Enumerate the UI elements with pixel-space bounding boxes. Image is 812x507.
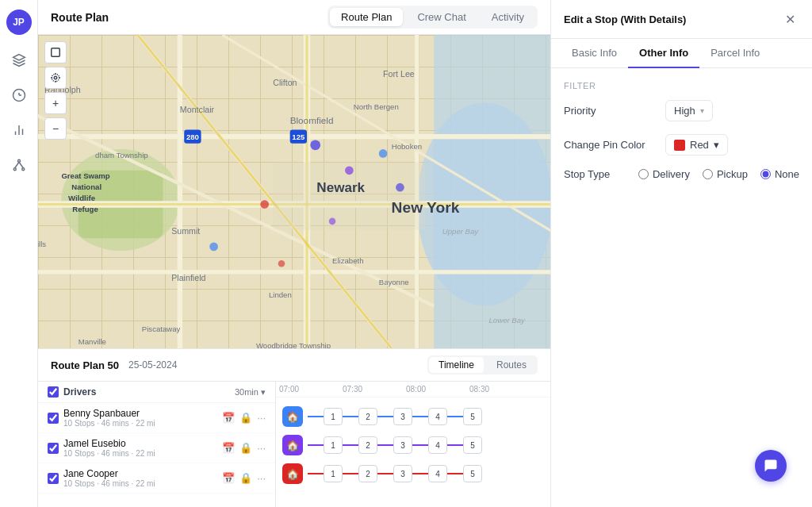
close-button[interactable]: ✕ [780,10,799,29]
stop-node[interactable]: 3 [393,436,412,454]
home-node-benny[interactable]: 🏠 [282,406,303,427]
timeline-area[interactable]: 07:00 07:30 08:00 08:30 🏠 1 2 3 [276,382,550,507]
layers-icon[interactable] [10,51,29,70]
more-icon[interactable]: ··· [257,442,266,454]
driver-checkbox-jamel[interactable] [48,443,59,454]
stop-node[interactable]: 3 [393,408,412,425]
drivers-section: Drivers 30min ▾ Benny Spanbauer 10 Stops… [38,382,550,507]
priority-value: High ▾ [665,100,799,121]
svg-text:Manville: Manville [79,337,106,346]
stop-type-none[interactable]: None [760,168,799,180]
priority-dropdown[interactable]: High ▾ [665,100,713,121]
stop-type-pickup[interactable]: Pickup [703,168,748,180]
chart-icon[interactable] [10,121,29,140]
calendar-icon[interactable]: 📅 [222,412,235,424]
tab-parcel-info[interactable]: Parcel Info [699,39,771,68]
lock-icon[interactable]: 🔒 [239,472,252,484]
route-line [447,473,463,474]
driver-checkbox-benny[interactable] [48,413,59,424]
stop-type-delivery[interactable]: Delivery [638,168,690,180]
svg-text:Woodbridge Township: Woodbridge Township [256,341,331,348]
zoom-out-button[interactable]: − [44,117,67,140]
right-panel: Edit a Stop (With Details) ✕ Basic Info … [550,0,812,507]
time-marker: 08:00 [403,385,466,394]
svg-text:Great Swamp: Great Swamp [61,171,109,180]
zoom-in-button[interactable]: + [44,92,67,114]
time-marker: 08:30 [466,385,530,394]
stop-node[interactable]: 4 [428,465,447,482]
panel-header: Edit a Stop (With Details) ✕ [551,0,812,39]
stop-node[interactable]: 5 [463,408,482,425]
svg-text:Fort Lee: Fort Lee [383,69,415,79]
lock-icon[interactable]: 🔒 [239,412,252,424]
chevron-down-icon: ▾ [714,139,719,151]
none-radio[interactable] [760,169,771,179]
tab-timeline[interactable]: Timeline [429,357,484,373]
panel-body: Filter Priority High ▾ Change Pin Color … [551,68,812,450]
stop-node[interactable]: 1 [324,436,343,454]
svg-text:Bloomfield: Bloomfield [290,115,334,125]
stop-node[interactable]: 3 [393,465,412,482]
color-swatch [674,140,685,151]
chat-button[interactable] [755,450,787,482]
stop-node[interactable]: 5 [463,465,482,482]
pickup-radio[interactable] [703,169,713,179]
user-avatar[interactable]: JP [6,10,32,35]
delivery-radio[interactable] [638,169,649,179]
tab-crew-chat[interactable]: Crew Chat [406,8,477,26]
stop-node[interactable]: 4 [428,408,447,425]
stop-type-options: Delivery Pickup None [638,168,799,180]
svg-text:280: 280 [186,133,199,141]
driver-meta: 10 Stops · 46 mins · 22 mi [63,419,217,428]
svg-point-33 [329,218,336,225]
network-icon[interactable] [10,156,29,175]
svg-text:Summit: Summit [171,226,200,236]
lock-icon[interactable]: 🔒 [239,442,252,454]
svg-marker-0 [13,55,25,61]
home-node-jamel[interactable]: 🏠 [282,435,303,455]
color-selected: Red [690,139,709,151]
svg-text:Clifton: Clifton [273,78,297,87]
svg-line-11 [19,162,23,168]
driver-row: Benny Spanbauer 10 Stops · 46 mins · 22 … [38,403,275,433]
none-label: None [775,168,799,180]
calendar-icon[interactable]: 📅 [222,472,235,484]
driver-checkbox-jane[interactable] [48,473,59,484]
stop-node[interactable]: 5 [463,436,482,454]
location-icon[interactable] [10,86,29,105]
route-line [343,444,358,446]
tab-other-info[interactable]: Other Info [628,39,699,68]
drivers-select-all[interactable] [48,386,59,398]
svg-point-7 [17,159,20,162]
svg-point-31 [379,149,388,158]
svg-text:Elizabeth: Elizabeth [332,256,363,265]
stop-node[interactable]: 4 [428,436,447,454]
svg-point-32 [260,200,269,209]
map-area[interactable]: 280 125 Newark New York Bloomfield Montc… [38,35,550,348]
pin-color-dropdown[interactable]: Red ▾ [665,134,728,156]
location-button[interactable] [44,67,67,89]
svg-text:Bayonne: Bayonne [379,278,409,286]
stop-node[interactable]: 1 [324,408,343,425]
calendar-icon[interactable]: 📅 [222,442,235,454]
tab-activity[interactable]: Activity [481,8,535,26]
time-filter[interactable]: 30min ▾ [235,387,266,398]
driver-name: Jane Cooper [63,468,217,479]
stop-node[interactable]: 2 [358,436,377,454]
tab-basic-info[interactable]: Basic Info [561,39,628,68]
stop-node[interactable]: 2 [358,408,377,425]
tab-route-plan[interactable]: Route Plan [330,8,403,26]
more-icon[interactable]: ··· [257,472,266,484]
tab-routes[interactable]: Routes [487,357,536,373]
stop-node[interactable]: 1 [324,465,343,482]
drivers-header: Drivers 30min ▾ [38,382,275,403]
layers-button[interactable] [44,41,67,63]
stop-node[interactable]: 2 [358,465,377,482]
home-node-jane[interactable]: 🏠 [282,463,303,484]
svg-point-29 [310,140,320,150]
filter-label: Filter [564,81,799,90]
more-icon[interactable]: ··· [257,412,266,424]
timeline-header: 07:00 07:30 08:00 08:30 [276,382,550,398]
route-line [343,473,358,474]
main-content: Route Plan Route Plan Crew Chat Activity [38,0,550,507]
